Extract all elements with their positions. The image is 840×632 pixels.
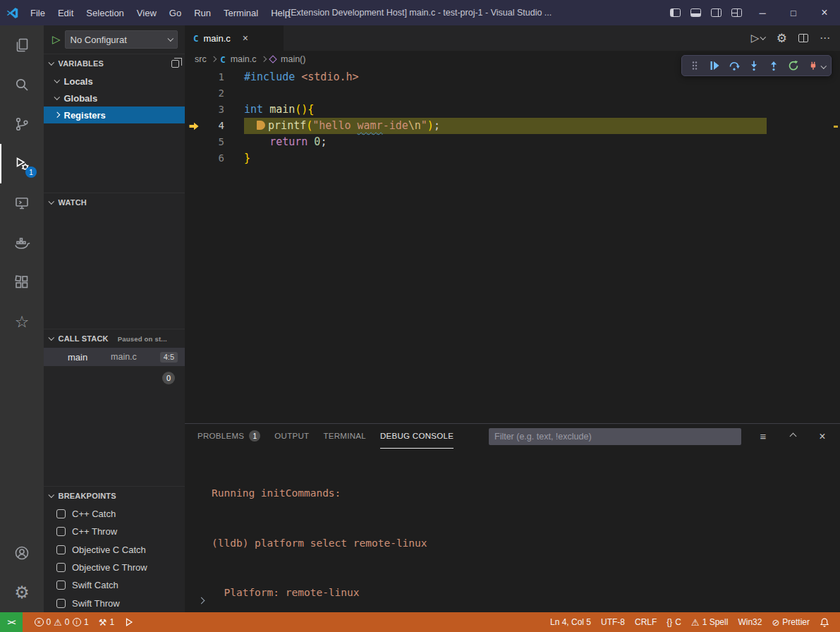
cursor-position[interactable]: Ln 4, Col 5: [545, 612, 596, 632]
toggle-sidebar-icon[interactable]: [670, 8, 681, 17]
checkbox[interactable]: [56, 563, 66, 572]
menu-go[interactable]: Go: [163, 4, 188, 21]
encoding-status[interactable]: UTF-8: [596, 612, 630, 632]
menu-run[interactable]: Run: [188, 4, 217, 21]
spell-status[interactable]: ⚠ 1 Spell: [686, 612, 733, 632]
minimize-button[interactable]: ─: [747, 0, 778, 25]
window-controls: ─ □ ×: [665, 0, 840, 25]
tab-problems[interactable]: PROBLEMS 1: [197, 424, 260, 449]
checkbox[interactable]: [56, 599, 66, 608]
variables-title: VARIABLES: [59, 59, 104, 68]
settings-gear-button[interactable]: ⚙: [777, 31, 787, 46]
gutter-line-5[interactable]: 5: [185, 134, 244, 150]
breadcrumb-symbol[interactable]: main(): [281, 54, 305, 64]
console-input-prompt[interactable]: [199, 595, 204, 605]
checkbox[interactable]: [56, 509, 66, 518]
step-over-button[interactable]: [726, 57, 743, 75]
activity-source-control[interactable]: [0, 104, 44, 144]
activity-settings[interactable]: ⚙: [0, 573, 44, 612]
panel-layout-icon[interactable]: [171, 60, 179, 68]
menu-terminal[interactable]: Terminal: [217, 4, 264, 21]
tab-output[interactable]: OUTPUT: [274, 424, 309, 449]
step-into-button[interactable]: [745, 57, 763, 75]
step-out-button[interactable]: [765, 57, 783, 75]
activity-docker[interactable]: [0, 223, 44, 262]
bottom-panel: PROBLEMS 1 OUTPUT TERMINAL DEBUG CONSOLE…: [185, 423, 840, 612]
activity-extensions[interactable]: [0, 262, 44, 302]
gutter-line-4[interactable]: 4: [185, 118, 244, 134]
scope-registers[interactable]: Registers: [44, 107, 185, 123]
breakpoint-item[interactable]: C++ Catch: [44, 505, 185, 523]
toolbar-drag-handle[interactable]: [686, 57, 704, 75]
menu-view[interactable]: View: [130, 4, 163, 21]
breakpoint-item[interactable]: Swift Catch: [44, 576, 185, 594]
menu-edit[interactable]: Edit: [51, 4, 80, 21]
run-file-button[interactable]: ▷: [751, 32, 765, 44]
eol-status[interactable]: CRLF: [630, 612, 662, 632]
tab-terminal[interactable]: TERMINAL: [323, 424, 366, 449]
activity-account[interactable]: [0, 533, 44, 573]
toggle-secondary-sidebar-icon[interactable]: [711, 8, 722, 17]
customize-layout-icon[interactable]: [731, 8, 742, 17]
tab-main-c[interactable]: C main.c ×: [185, 25, 284, 51]
split-editor-button[interactable]: [798, 34, 808, 42]
checkbox[interactable]: [56, 581, 66, 590]
activity-explorer[interactable]: [0, 25, 44, 65]
debug-config-dropdown[interactable]: No Configurat: [65, 30, 178, 49]
problems-status[interactable]: × 0 ⚠ 0 i 1: [30, 612, 94, 632]
chevron-down-icon: [167, 36, 173, 42]
gutter-line-6[interactable]: 6: [185, 150, 244, 166]
debug-status[interactable]: [119, 612, 139, 632]
inline-breakpoint-icon[interactable]: [257, 121, 265, 130]
breakpoints-section: BREAKPOINTS C++ Catch C++ Throw Objectiv…: [44, 486, 185, 612]
breadcrumb-folder[interactable]: src: [195, 54, 207, 64]
toggle-panel-icon[interactable]: [690, 8, 701, 17]
editor: src C main.c main() 1 #include <stdio.h>…: [185, 51, 840, 612]
stack-frame-row[interactable]: main main.c 4:5: [44, 348, 185, 366]
gutter-line-2[interactable]: 2: [185, 85, 244, 102]
breakpoint-item[interactable]: Objective C Throw: [44, 559, 185, 576]
scope-globals[interactable]: Globals: [44, 90, 185, 107]
call-stack-header[interactable]: CALL STACK Paused on st...: [44, 329, 185, 348]
activity-favorites[interactable]: ☆: [0, 302, 44, 341]
maximize-button[interactable]: □: [778, 0, 809, 25]
menu-file[interactable]: File: [24, 4, 51, 21]
watch-header[interactable]: WATCH: [44, 193, 185, 212]
close-window-button[interactable]: ×: [809, 0, 840, 25]
gutter-line-1[interactable]: 1: [185, 69, 244, 85]
start-debug-icon[interactable]: ▷: [52, 33, 61, 46]
formatter-status[interactable]: ⊘ Prettier: [767, 612, 815, 632]
restart-button[interactable]: [785, 57, 803, 75]
scope-locals[interactable]: Locals: [44, 73, 185, 90]
checkbox[interactable]: [56, 527, 66, 536]
breakpoint-item[interactable]: Objective C Catch: [44, 541, 185, 559]
debug-session-dropdown[interactable]: [822, 61, 827, 71]
close-tab-icon[interactable]: ×: [243, 32, 248, 44]
panel-menu-icon[interactable]: ≡: [755, 430, 771, 442]
tools-status[interactable]: ⚒ 1: [94, 612, 119, 632]
platform-status[interactable]: Win32: [733, 612, 767, 632]
maximize-panel-icon[interactable]: [785, 434, 801, 439]
console-filter-input[interactable]: [489, 428, 741, 445]
language-mode[interactable]: {} C: [662, 612, 686, 632]
variables-header[interactable]: VARIABLES: [44, 54, 185, 73]
breakpoints-header[interactable]: BREAKPOINTS: [44, 487, 185, 505]
console-line: Running initCommands:: [212, 485, 840, 502]
gutter-line-3[interactable]: 3: [185, 102, 244, 118]
activity-remote-explorer[interactable]: [0, 183, 44, 223]
menu-selection[interactable]: Selection: [80, 4, 130, 21]
tab-debug-console[interactable]: DEBUG CONSOLE: [380, 424, 454, 449]
more-actions-button[interactable]: ⋯: [820, 32, 830, 44]
code-area[interactable]: 1 #include <stdio.h> 2 3 int main(){: [185, 68, 840, 423]
breakpoint-item[interactable]: C++ Throw: [44, 523, 185, 540]
continue-button[interactable]: [706, 57, 724, 75]
checkbox[interactable]: [56, 545, 66, 554]
close-panel-icon[interactable]: ×: [815, 430, 830, 443]
disconnect-button[interactable]: [805, 57, 822, 75]
activity-run-debug[interactable]: 1: [0, 144, 44, 183]
notifications-bell[interactable]: [815, 612, 834, 632]
activity-search[interactable]: [0, 65, 44, 104]
breadcrumb-file[interactable]: main.c: [231, 54, 257, 64]
breakpoint-item[interactable]: Swift Throw: [44, 595, 185, 612]
remote-indicator[interactable]: ><: [0, 612, 23, 632]
